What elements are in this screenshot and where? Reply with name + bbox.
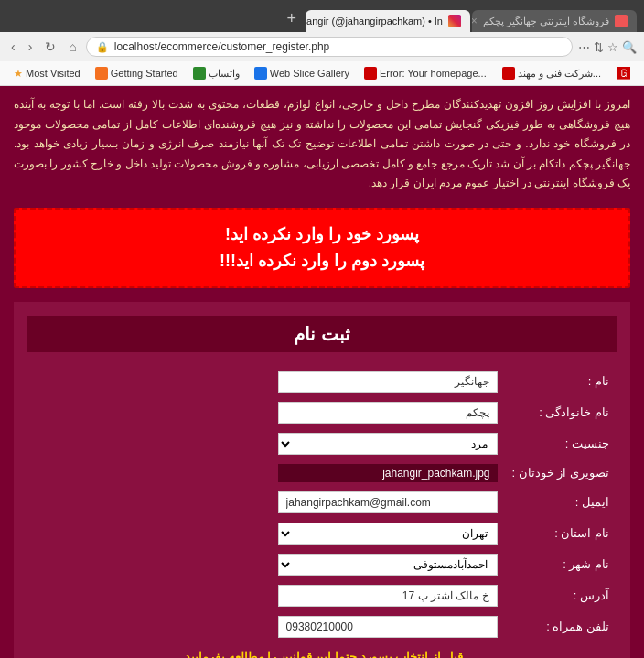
- address-bar-row: ‹ › ↻ ⌂ 🔒 localhost/ecommerce/customer_r…: [0, 32, 644, 61]
- city-select[interactable]: احمدآبادمستوفی: [278, 554, 498, 576]
- error-line1: پسورد خود را وارد نکرده اید!: [35, 221, 609, 248]
- registration-form-table: نام : نام خانوادگی : جنسیت :: [27, 366, 617, 642]
- bookmark-company1[interactable]: شرکت فنی و مهند...: [496, 65, 607, 81]
- gender-row: جنسیت : مرد زن: [27, 428, 617, 459]
- tab-label-instagram: jahangir (@jahangirpachkam) • In...: [306, 16, 443, 27]
- city-row: نام شهر : احمدآبادمستوفی: [27, 549, 617, 580]
- company2-icon: 🅶: [617, 66, 630, 81]
- getting-started-icon: [95, 67, 108, 80]
- bookmark-company1-label: شرکت فنی و مهند...: [518, 68, 601, 80]
- company1-icon: [502, 67, 515, 80]
- address-input[interactable]: [278, 585, 498, 607]
- search-address-button[interactable]: 🔍: [622, 40, 637, 54]
- bookmark-webslice-label: Web Slice Gallery: [270, 68, 349, 79]
- bookmark-most-visited[interactable]: ★ Most Visited: [7, 66, 87, 81]
- name-row: نام :: [27, 366, 617, 397]
- email-label: ایمیل :: [505, 487, 617, 518]
- name-input-cell: [27, 366, 505, 397]
- bookmark-webslice[interactable]: Web Slice Gallery: [248, 65, 356, 81]
- browser-chrome: فروشگاه اینترنتی جهانگیر پچکم × jahangir…: [0, 0, 644, 32]
- gender-input-cell: مرد زن: [27, 428, 505, 459]
- address-actions: ⋯ ⇅ ☆ 🔍: [578, 40, 637, 54]
- lock-icon: 🔒: [96, 41, 109, 53]
- gender-label: جنسیت :: [505, 428, 617, 459]
- most-visited-icon: ★: [14, 68, 23, 80]
- bookmark-most-visited-label: Most Visited: [26, 68, 80, 79]
- intro-text: امروز با افزایش روز افزون تهدیدکنندگان م…: [14, 95, 630, 194]
- email-row: ایمیل :: [27, 487, 617, 518]
- email-input[interactable]: [278, 491, 498, 513]
- email-input-cell: [27, 487, 505, 518]
- bookmark-star-button[interactable]: ☆: [607, 40, 618, 54]
- bookmark-error[interactable]: Error: Your homepage...: [358, 65, 493, 81]
- photo-row: تصویری از خودتان : jahangir_pachkam.jpg: [27, 459, 617, 487]
- error-box: پسورد خود را وارد نکرده اید! پسورد دوم ر…: [14, 208, 630, 288]
- address-input-cell: [27, 580, 505, 611]
- first-name-input[interactable]: [278, 371, 498, 393]
- page-content: امروز با افزایش روز افزون تهدیدکنندگان م…: [0, 86, 644, 658]
- address-row: آدرس :: [27, 580, 617, 611]
- bookmark-error-label: Error: Your homepage...: [380, 68, 487, 79]
- bookmark-getting-started-label: Getting Started: [111, 68, 178, 79]
- bookmark-whatsapp[interactable]: واتساب: [187, 65, 246, 81]
- more-button[interactable]: ⋯: [578, 40, 590, 54]
- province-input-cell: تهران: [27, 518, 505, 549]
- tab-label-shop: فروشگاه اینترنتی جهانگیر پچکم: [483, 16, 609, 27]
- address-bar[interactable]: 🔒 localhost/ecommerce/customer_register.…: [86, 37, 573, 57]
- address-label: آدرس :: [505, 580, 617, 611]
- city-label: نام شهر :: [505, 549, 617, 580]
- bookmark-getting-started[interactable]: Getting Started: [89, 65, 185, 81]
- province-label: نام استان :: [505, 518, 617, 549]
- bookmarks-right: شرکت فنی و مهند... 🅶: [496, 64, 637, 82]
- webslice-icon: [254, 67, 267, 80]
- last-name-input[interactable]: [278, 402, 498, 424]
- url-text: localhost/ecommerce/customer_register.ph…: [114, 40, 329, 53]
- phone-input-cell: [27, 611, 505, 642]
- bookmark-company2[interactable]: 🅶: [611, 64, 637, 82]
- lastname-input-cell: [27, 397, 505, 428]
- error-line2: پسورد دوم را وارد نکرده اید!!!: [35, 248, 609, 275]
- phone-label: تلفن همراه :: [505, 611, 617, 642]
- tab-instagram[interactable]: jahangir (@jahangirpachkam) • In... ×: [306, 10, 470, 32]
- name-label: نام :: [505, 366, 617, 397]
- bookmark-whatsapp-label: واتساب: [209, 68, 240, 80]
- province-row: نام استان : تهران: [27, 518, 617, 549]
- tab-favicon-shop: [615, 15, 628, 27]
- whatsapp-icon: [193, 67, 206, 80]
- reload-button[interactable]: ↻: [41, 38, 59, 56]
- photo-input-cell: jahangir_pachkam.jpg: [27, 459, 505, 487]
- tab-close-shop[interactable]: ×: [472, 15, 478, 27]
- lastname-label: نام خانوادگی :: [505, 397, 617, 428]
- photo-filename: jahangir_pachkam.jpg: [278, 464, 498, 482]
- phone-row: تلفن همراه :: [27, 611, 617, 642]
- lastname-row: نام خانوادگی :: [27, 397, 617, 428]
- photo-label: تصویری از خودتان :: [505, 459, 617, 487]
- province-select[interactable]: تهران: [278, 523, 498, 545]
- error-page-icon: [364, 67, 377, 80]
- tab-shop[interactable]: فروشگاه اینترنتی جهانگیر پچکم ×: [472, 10, 637, 32]
- forward-button[interactable]: ›: [25, 38, 37, 56]
- phone-input[interactable]: [278, 616, 498, 638]
- tabs-row: فروشگاه اینترنتی جهانگیر پچکم × jahangir…: [7, 5, 637, 32]
- form-section: ثبت نام نام : نام خانوادگی :: [14, 302, 630, 658]
- new-tab-button[interactable]: +: [279, 5, 304, 32]
- rules-link[interactable]: قبل از انتخاب پسورد حتما این قوانین را م…: [27, 650, 617, 658]
- city-input-cell: احمدآبادمستوفی: [27, 549, 505, 580]
- bookmarks-bar: ★ Most Visited Getting Started واتساب We…: [0, 61, 644, 86]
- form-title: ثبت نام: [27, 316, 617, 352]
- gender-select[interactable]: مرد زن: [278, 433, 498, 455]
- sync-button[interactable]: ⇅: [594, 40, 604, 54]
- tab-favicon-instagram: [448, 15, 461, 27]
- back-button[interactable]: ‹: [7, 38, 19, 56]
- home-button[interactable]: ⌂: [65, 38, 80, 56]
